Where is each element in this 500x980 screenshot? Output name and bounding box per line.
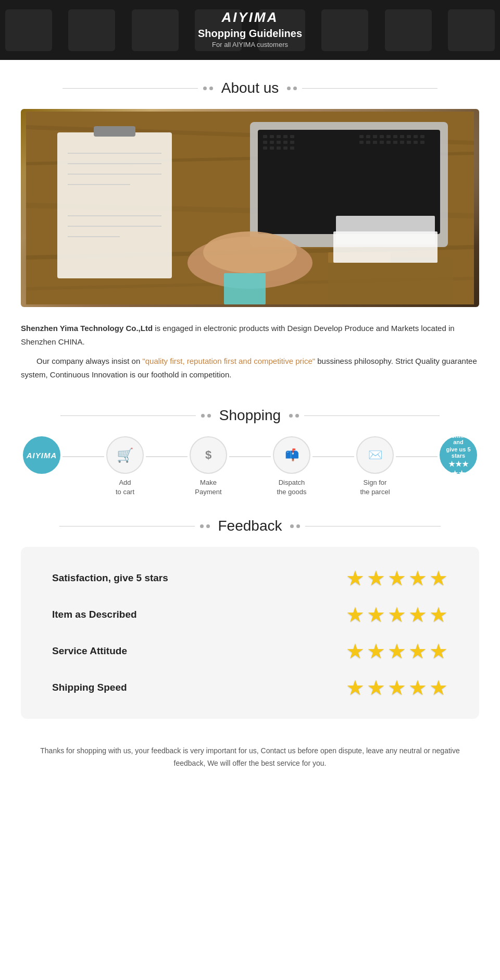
feedback-section-title-wrap: Feedback bbox=[0, 518, 500, 534]
feedback-label-service: Service Attitude bbox=[52, 645, 127, 657]
para2-quote: "quality first, reputation first and com… bbox=[142, 357, 315, 365]
star-4: ★ bbox=[408, 568, 427, 589]
flow-icon-payment: $ bbox=[190, 436, 227, 474]
flow-label-dispatch: Dispatchthe goods bbox=[277, 478, 306, 497]
svg-rect-29 bbox=[400, 135, 404, 138]
title-line-right bbox=[302, 88, 438, 89]
dot-9 bbox=[200, 524, 204, 528]
svg-rect-12 bbox=[290, 135, 294, 138]
svg-rect-33 bbox=[359, 141, 364, 144]
about-paragraph-2: Our company always insist on "quality fi… bbox=[21, 354, 479, 381]
star-6: ★ bbox=[346, 604, 365, 625]
star-15: ★ bbox=[429, 641, 448, 662]
feedback-title: Feedback bbox=[218, 518, 282, 534]
svg-rect-8 bbox=[263, 135, 267, 138]
svg-rect-25 bbox=[373, 135, 377, 138]
header-title: Shopping Guidelines bbox=[0, 28, 500, 40]
svg-rect-35 bbox=[373, 141, 377, 144]
svg-rect-10 bbox=[277, 135, 281, 138]
svg-rect-27 bbox=[386, 135, 391, 138]
header: AIYIMA Shopping Guidelines For all AIYIM… bbox=[0, 0, 500, 60]
feedback-row-described: Item as Described ★ ★ ★ ★ ★ bbox=[52, 604, 448, 625]
star-19: ★ bbox=[408, 677, 427, 698]
svg-rect-38 bbox=[393, 141, 397, 144]
dot-11 bbox=[290, 524, 294, 528]
feedback-label-shipping: Shipping Speed bbox=[52, 682, 127, 693]
flow-step-cart: 🛒 Addto cart bbox=[104, 436, 146, 497]
svg-rect-24 bbox=[366, 135, 370, 138]
stars-shipping: ★ ★ ★ ★ ★ bbox=[346, 677, 448, 698]
star-1: ★ bbox=[346, 568, 365, 589]
feedback-line-right bbox=[305, 526, 441, 526]
feedback-row-shipping: Shipping Speed ★ ★ ★ ★ ★ bbox=[52, 677, 448, 698]
svg-rect-40 bbox=[407, 141, 411, 144]
svg-rect-17 bbox=[290, 141, 294, 144]
star-18: ★ bbox=[388, 677, 406, 698]
dot-2 bbox=[209, 87, 213, 90]
dot-12 bbox=[296, 524, 300, 528]
svg-rect-42 bbox=[420, 141, 424, 144]
star-7: ★ bbox=[367, 604, 385, 625]
feedback-dots-right bbox=[290, 524, 300, 528]
svg-rect-30 bbox=[407, 135, 411, 138]
feedback-line-left bbox=[59, 526, 195, 526]
dot-4 bbox=[293, 87, 297, 90]
svg-rect-44 bbox=[94, 126, 135, 137]
dot-5 bbox=[201, 414, 205, 418]
about-text-block: Shenzhen Yima Technology Co.,Ltd is enga… bbox=[21, 322, 479, 381]
svg-rect-36 bbox=[380, 141, 384, 144]
svg-point-53 bbox=[203, 231, 297, 273]
svg-rect-26 bbox=[380, 135, 384, 138]
svg-rect-31 bbox=[414, 135, 418, 138]
svg-rect-28 bbox=[393, 135, 397, 138]
svg-rect-41 bbox=[414, 141, 418, 144]
dot-8 bbox=[295, 414, 299, 418]
star-10: ★ bbox=[429, 604, 448, 625]
feedback-dots-left bbox=[200, 524, 210, 528]
flow-label-cart: Addto cart bbox=[116, 478, 134, 497]
svg-rect-16 bbox=[283, 141, 288, 144]
flow-step-aiyima: AIYIMA bbox=[21, 436, 63, 478]
star-9: ★ bbox=[408, 604, 427, 625]
svg-rect-21 bbox=[283, 146, 288, 150]
about-title: About us bbox=[221, 80, 279, 96]
connector-2 bbox=[146, 456, 188, 457]
flow-step-sign: ✉️ Sign forthe parcel bbox=[354, 436, 396, 497]
star-2: ★ bbox=[367, 568, 385, 589]
star-11: ★ bbox=[346, 641, 365, 662]
dots-right bbox=[287, 87, 297, 90]
about-section-title-wrap: About us bbox=[0, 80, 500, 96]
svg-rect-39 bbox=[400, 141, 404, 144]
flow-label-sign: Sign forthe parcel bbox=[360, 478, 390, 497]
flow-icon-aiyima: AIYIMA bbox=[23, 436, 60, 474]
flow-step-confirm: Confirm and give us 5 stars ★★★ ★★ bbox=[438, 436, 479, 478]
dot-10 bbox=[206, 524, 210, 528]
para2-intro: Our company always insist on bbox=[36, 357, 142, 365]
svg-rect-58 bbox=[336, 216, 435, 244]
shopping-dots-right bbox=[289, 414, 299, 418]
svg-rect-13 bbox=[263, 141, 267, 144]
feedback-row-service: Service Attitude ★ ★ ★ ★ ★ bbox=[52, 641, 448, 662]
svg-rect-34 bbox=[366, 141, 370, 144]
svg-rect-20 bbox=[277, 146, 281, 150]
dot-7 bbox=[289, 414, 293, 418]
star-5: ★ bbox=[429, 568, 448, 589]
star-3: ★ bbox=[388, 568, 406, 589]
stars-service: ★ ★ ★ ★ ★ bbox=[346, 641, 448, 662]
connector-5 bbox=[396, 456, 438, 457]
svg-rect-43 bbox=[57, 132, 172, 278]
flow-icon-dispatch: 📫 bbox=[273, 436, 310, 474]
feedback-card: Satisfaction, give 5 stars ★ ★ ★ ★ ★ Ite… bbox=[21, 547, 479, 719]
shopping-line-left bbox=[60, 415, 196, 416]
star-12: ★ bbox=[367, 641, 385, 662]
company-name: Shenzhen Yima Technology Co.,Ltd bbox=[21, 324, 153, 333]
svg-rect-15 bbox=[277, 141, 281, 144]
connector-3 bbox=[229, 456, 271, 457]
shopping-line-right bbox=[304, 415, 440, 416]
header-content: AIYIMA Shopping Guidelines For all AIYIM… bbox=[0, 9, 500, 48]
stars-satisfaction: ★ ★ ★ ★ ★ bbox=[346, 568, 448, 589]
flow-icon-sign: ✉️ bbox=[356, 436, 394, 474]
svg-rect-18 bbox=[263, 146, 267, 150]
about-paragraph-1: Shenzhen Yima Technology Co.,Ltd is enga… bbox=[21, 322, 479, 348]
title-line-left bbox=[63, 88, 198, 89]
